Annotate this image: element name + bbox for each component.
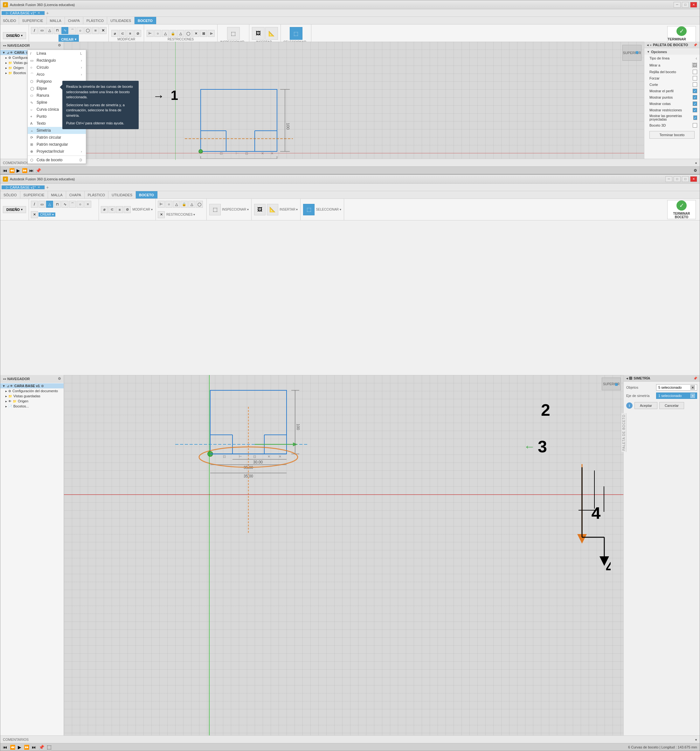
bottom-timeline-prev-prev[interactable]: ⏮ bbox=[3, 745, 7, 750]
bottom-tb-wave[interactable]: ∿ bbox=[61, 201, 68, 208]
tab-malla[interactable]: MALLA bbox=[47, 17, 65, 24]
palette-mirar-a[interactable]: Mirar a 🖼 bbox=[644, 62, 700, 69]
bottom-tab-chapa[interactable]: CHAPA bbox=[66, 191, 85, 198]
view-cube-corner[interactable] bbox=[636, 51, 638, 54]
bottom-rest4[interactable]: 🔒 bbox=[181, 201, 188, 208]
bottom-rest5[interactable]: △ bbox=[188, 201, 195, 208]
palette-pin-icon[interactable]: 📌 bbox=[693, 43, 697, 47]
bottom-crear-label[interactable]: CREAR ▾ bbox=[39, 212, 55, 216]
palette-perfil[interactable]: Mostrar el perfil ✓ bbox=[644, 88, 700, 94]
palette-rejilla-checkbox[interactable] bbox=[693, 70, 697, 74]
tab-utilidades[interactable]: UTILIDADES bbox=[107, 17, 134, 24]
menu-patron-circular[interactable]: ⟳ Patrón circular bbox=[28, 134, 86, 141]
palette-section-title[interactable]: ▼ Opciones bbox=[644, 49, 700, 55]
tab-plastico[interactable]: PLÁSTICO bbox=[83, 17, 107, 24]
palette-tipo-linea[interactable]: Tipo de línea ‹ bbox=[644, 55, 700, 62]
bottom-minimize-btn[interactable]: ─ bbox=[665, 176, 672, 182]
bottom-tb-circ[interactable]: ○ bbox=[77, 201, 83, 208]
bottom-maximize-btn[interactable]: □ bbox=[682, 176, 689, 182]
palette-restricciones-checkbox[interactable]: ✓ bbox=[693, 108, 697, 112]
comments-toggle-top[interactable]: ● bbox=[695, 161, 697, 165]
view-cube[interactable]: SUPERIOR bbox=[618, 42, 644, 67]
bottom-inspeccionar-label[interactable]: INSPECCIONAR ▾ bbox=[222, 208, 249, 211]
timeline-next[interactable]: ⏩ bbox=[22, 168, 27, 173]
bottom-restore-btn[interactable]: □ bbox=[674, 176, 681, 182]
bottom-rest6[interactable]: ◯ bbox=[196, 201, 203, 208]
tb-wave-btn[interactable]: ∿ bbox=[61, 27, 68, 34]
bottom-tab-boceto[interactable]: BOCETO bbox=[136, 191, 158, 198]
bottom-insertar-btn[interactable]: 🖼 bbox=[254, 204, 266, 215]
tb-insertar1-btn[interactable]: 🖼 bbox=[252, 27, 264, 40]
timeline-prev-prev[interactable]: ⏮ bbox=[3, 168, 7, 173]
tb-rest8[interactable]: ⊠ bbox=[200, 30, 207, 37]
view-cube-top[interactable]: SUPERIOR bbox=[623, 45, 641, 61]
tb-rest9[interactable]: ⊳ bbox=[208, 30, 215, 37]
tb-x-btn[interactable]: ✕ bbox=[100, 27, 107, 34]
tab-boceto[interactable]: BOCETO bbox=[134, 17, 156, 24]
palette-cotas[interactable]: Mostrar cotas ✓ bbox=[644, 100, 700, 107]
timeline-settings-icon[interactable]: 📌 bbox=[36, 168, 41, 173]
tb-arc-btn[interactable]: ⌒ bbox=[69, 27, 76, 34]
bottom-new-tab-btn[interactable]: + bbox=[46, 185, 49, 190]
tb-tri-btn[interactable]: △ bbox=[46, 27, 53, 34]
bottom-restricciones-label[interactable]: RESTRICCIONES ▾ bbox=[165, 212, 196, 216]
tb-rect-btn[interactable]: ▭ bbox=[39, 27, 45, 34]
close-button-top[interactable]: ✕ bbox=[690, 2, 697, 8]
tb-h1-btn[interactable]: ⊓ bbox=[54, 27, 61, 34]
tb-insertar2-btn[interactable]: 📐 bbox=[265, 27, 278, 40]
bottom-tb-eq[interactable]: = bbox=[84, 201, 91, 208]
palette-puntos-checkbox[interactable]: ✓ bbox=[693, 95, 697, 100]
timeline-gear-icon[interactable]: ⚙ bbox=[694, 168, 697, 173]
nav-settings-icon[interactable]: ⚙ bbox=[58, 43, 61, 47]
simetria-cancelar-btn[interactable]: Cancelar bbox=[659, 402, 684, 409]
simetria-objetos-value[interactable]: 5 seleccionado ✕ bbox=[656, 384, 697, 391]
palette-expand-icon[interactable]: ◂ bbox=[647, 43, 649, 47]
palette-corte-checkbox[interactable] bbox=[693, 82, 697, 87]
terminar-boceto-palette-btn[interactable]: Terminar boceto bbox=[647, 131, 697, 139]
simetria-collapse-icon[interactable]: ◂ bbox=[626, 377, 628, 380]
bottom-timeline-play[interactable]: ▶ bbox=[18, 745, 21, 750]
bottom-insertar-label[interactable]: INSERTAR ▾ bbox=[280, 208, 298, 211]
menu-cota[interactable]: ⬡ Cota de boceto D bbox=[28, 156, 86, 164]
tb-inspeccionar-btn[interactable]: ⬚ bbox=[227, 27, 240, 40]
bottom-nav-vistas[interactable]: ▸📁 Vistas guardadas bbox=[0, 394, 63, 399]
bottom-mod1[interactable]: ⌀ bbox=[101, 206, 108, 213]
tb-eq-btn[interactable]: = bbox=[92, 27, 99, 34]
bottom-terminar-btn[interactable]: ✓ TERMINAR BOCETO bbox=[667, 200, 696, 219]
tb-rest1[interactable]: ⊢ bbox=[147, 30, 154, 37]
bottom-timeline-prev[interactable]: ⏪ bbox=[10, 745, 15, 750]
bottom-tab-superficie[interactable]: SUPERFICIE bbox=[20, 191, 48, 198]
bottom-tab-plastico[interactable]: PLÁSTICO bbox=[85, 191, 108, 198]
tb-rest4[interactable]: 🔒 bbox=[170, 30, 176, 37]
palette-cotas-checkbox[interactable]: ✓ bbox=[693, 102, 697, 106]
timeline-prev[interactable]: ⏪ bbox=[9, 168, 15, 173]
tb-rest2[interactable]: ○ bbox=[154, 30, 161, 37]
bottom-insertar2-btn[interactable]: 📐 bbox=[267, 204, 278, 215]
palette-restricciones[interactable]: Mostrar restricciones ✓ bbox=[644, 107, 700, 113]
bottom-nav-cara[interactable]: ▼ ⊿ 👁 CARA BASE v1 ⚙ bbox=[0, 383, 63, 388]
simetria-aceptar-btn[interactable]: Aceptar bbox=[635, 402, 657, 409]
bottom-close-btn[interactable]: ✕ bbox=[690, 176, 697, 182]
menu-patron-rectangular[interactable]: ⊞ Patrón rectangular bbox=[28, 141, 86, 148]
bottom-seleccionar-label[interactable]: SELECCIONAR ▾ bbox=[316, 208, 341, 211]
nav-collapse-icon[interactable]: ◂◂ bbox=[3, 44, 6, 47]
palette-corte[interactable]: Corte bbox=[644, 82, 700, 88]
bottom-mod3[interactable]: ≡ bbox=[116, 206, 123, 213]
palette-geometrias[interactable]: Mostrar las geometrías proyectadas ✓ bbox=[644, 113, 700, 122]
simetria-eje-value[interactable]: 1 seleccionado ✕ bbox=[656, 392, 697, 399]
comments-toggle-bottom[interactable]: ● bbox=[695, 738, 697, 742]
bottom-tb-arc[interactable]: ⌒ bbox=[69, 201, 76, 208]
simetria-pin-icon[interactable]: 📌 bbox=[693, 377, 697, 380]
timeline-play[interactable]: ▶ bbox=[17, 168, 20, 173]
bottom-tb-rect[interactable]: ▭ bbox=[39, 201, 45, 208]
tab-chapa[interactable]: CHAPA bbox=[65, 17, 83, 24]
menu-proyectar[interactable]: ⊕ Proyectar/Incluir › bbox=[28, 148, 86, 155]
bottom-timeline-pin-icon[interactable]: 📌 bbox=[39, 745, 44, 750]
palette-forzar-checkbox[interactable] bbox=[693, 76, 697, 80]
simetria-eje-clear[interactable]: ✕ bbox=[691, 394, 695, 398]
tb-mod2-btn[interactable]: ⊂ bbox=[119, 30, 126, 37]
palette-puntos[interactable]: Mostrar puntos ✓ bbox=[644, 94, 700, 100]
bottom-nav-bocetos[interactable]: ▸📄 Bocetos... bbox=[0, 404, 63, 409]
bottom-mod2[interactable]: ⊂ bbox=[108, 206, 116, 213]
simetria-objetos-clear[interactable]: ✕ bbox=[691, 385, 695, 389]
